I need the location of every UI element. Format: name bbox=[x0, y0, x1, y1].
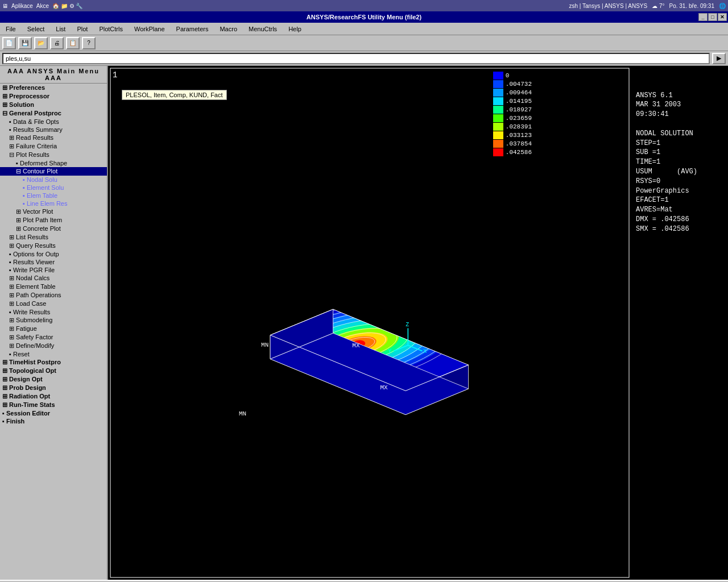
sidebar-item-32[interactable]: ▪ Reset bbox=[0, 350, 107, 358]
sidebar-item-21[interactable]: ▪ Results Viewer bbox=[0, 258, 107, 266]
sidebar-item-34[interactable]: ⊞ Topological Opt bbox=[0, 367, 107, 375]
legend-color-swatch bbox=[493, 123, 503, 131]
menu-list[interactable]: List bbox=[52, 24, 69, 34]
legend-row: .042586 bbox=[493, 148, 532, 156]
sidebar-tree: ⊞ Preferences⊞ Preprocessor⊞ Solution⊟ G… bbox=[0, 84, 107, 425]
sidebar-item-6[interactable]: ⊞ Read Results bbox=[0, 134, 107, 142]
command-input[interactable] bbox=[2, 53, 710, 64]
os-menu-akce[interactable]: Akce bbox=[36, 3, 49, 9]
sidebar-item-35[interactable]: ⊞ Design Opt bbox=[0, 375, 107, 384]
info-line: EFACET=1 bbox=[636, 196, 723, 205]
legend-value-label: .042586 bbox=[506, 149, 532, 156]
legend-color-swatch bbox=[493, 97, 503, 105]
sidebar-item-8[interactable]: ⊟ Plot Results bbox=[0, 151, 107, 159]
toolbar-help[interactable]: ? bbox=[82, 37, 96, 49]
menu-parameters[interactable]: Parameters bbox=[173, 24, 212, 34]
sidebar-item-18[interactable]: ⊞ List Results bbox=[0, 233, 107, 242]
sidebar-item-31[interactable]: ⊞ Define/Modify bbox=[0, 342, 107, 350]
sidebar-item-40[interactable]: ▪ Finish bbox=[0, 417, 107, 425]
sidebar-item-24[interactable]: ⊞ Element Table bbox=[0, 282, 107, 291]
sidebar-item-0[interactable]: ⊞ Preferences bbox=[0, 84, 107, 92]
info-line: STEP=1 bbox=[636, 139, 723, 148]
os-datetime: Po. 31. bře. 09:31 bbox=[669, 3, 714, 9]
toolbar-new[interactable]: 📄 bbox=[2, 37, 16, 49]
menu-menuctrls[interactable]: MenuCtrls bbox=[245, 24, 280, 34]
sidebar-item-5[interactable]: ▪ Results Summary bbox=[0, 126, 107, 134]
legend-row: .004732 bbox=[493, 80, 532, 88]
toolbar-save[interactable]: 💾 bbox=[18, 37, 32, 49]
legend-value-label: .023659 bbox=[506, 115, 532, 122]
sidebar-item-27[interactable]: ▪ Write Results bbox=[0, 308, 107, 316]
fea-viewport[interactable]: 1 MX MN 0.004732.009464.014195.018927.02… bbox=[108, 66, 631, 580]
close-button[interactable]: ✕ bbox=[718, 13, 727, 21]
sidebar-item-2[interactable]: ⊞ Solution bbox=[0, 101, 107, 109]
sidebar-item-28[interactable]: ⊞ Submodeling bbox=[0, 316, 107, 325]
sidebar: AAA ANSYS Main Menu AAA ⊞ Preferences⊞ P… bbox=[0, 66, 108, 580]
sidebar-item-37[interactable]: ⊞ Radiation Opt bbox=[0, 392, 107, 401]
sidebar-item-3[interactable]: ⊟ General Postproc bbox=[0, 109, 107, 118]
menu-plot[interactable]: Plot bbox=[73, 24, 91, 34]
sidebar-item-36[interactable]: ⊞ Prob Design bbox=[0, 384, 107, 392]
sidebar-item-39[interactable]: ▪ Session Editor bbox=[0, 409, 107, 417]
command-tooltip: PLESOL, Item, Comp, KUND, Fact bbox=[122, 90, 227, 100]
viewport-number: 1 bbox=[113, 70, 117, 80]
menu-plotctrls[interactable]: PlotCtrls bbox=[96, 24, 126, 34]
sidebar-item-4[interactable]: ▪ Data & File Opts bbox=[0, 118, 107, 126]
info-line: SMX = .042586 bbox=[636, 225, 723, 234]
info-line: SUB =1 bbox=[636, 148, 723, 157]
toolbar-open[interactable]: 📂 bbox=[34, 37, 48, 49]
sidebar-item-16[interactable]: ⊞ Plot Path Item bbox=[0, 216, 107, 225]
sidebar-item-13[interactable]: ▪ Elem Table bbox=[0, 192, 107, 199]
app-title: ANSYS/ResearchFS Utility Menu (file2) bbox=[307, 14, 421, 20]
sidebar-item-26[interactable]: ⊞ Load Case bbox=[0, 300, 107, 308]
toolbar: 📄 💾 📂 🖨 📋 ? bbox=[0, 35, 728, 51]
toolbar-copy[interactable]: 📋 bbox=[66, 37, 80, 49]
app-icon: 🖥 bbox=[2, 3, 8, 9]
legend-color-swatch bbox=[493, 106, 503, 114]
menu-help[interactable]: Help bbox=[285, 24, 305, 34]
sidebar-item-25[interactable]: ⊞ Path Operations bbox=[0, 291, 107, 300]
menu-macro[interactable]: Macro bbox=[216, 24, 241, 34]
sidebar-item-14[interactable]: ▪ Line Elem Res bbox=[0, 199, 107, 207]
sidebar-item-17[interactable]: ⊞ Concrete Plot bbox=[0, 225, 107, 233]
info-panel: ANSYS 6.1MAR 31 200309:30:41 NODAL SOLUT… bbox=[631, 66, 728, 580]
os-titlebar: 🖥 Aplikace Akce 🏠 📁 ⚙ 🔧 zsh | Tansys | A… bbox=[0, 0, 728, 11]
sidebar-item-9[interactable]: ▪ Deformed Shape bbox=[0, 159, 107, 167]
legend-color-swatch bbox=[493, 80, 503, 88]
legend-row: .023659 bbox=[493, 114, 532, 122]
sidebar-item-1[interactable]: ⊞ Preprocessor bbox=[0, 92, 107, 101]
sidebar-item-38[interactable]: ⊞ Run-Time Stats bbox=[0, 401, 107, 409]
sidebar-item-30[interactable]: ⊞ Safety Factor bbox=[0, 333, 107, 342]
sidebar-item-33[interactable]: ⊞ TimeHist Postpro bbox=[0, 358, 107, 367]
os-menu-aplikace[interactable]: Aplikace bbox=[11, 3, 33, 9]
info-line: DMX = .042586 bbox=[636, 215, 723, 225]
menu-workplane[interactable]: WorkPlane bbox=[131, 24, 168, 34]
sidebar-item-15[interactable]: ⊞ Vector Plot bbox=[0, 207, 107, 216]
legend-color-swatch bbox=[493, 89, 503, 97]
sidebar-item-22[interactable]: ▪ Write PGR File bbox=[0, 266, 107, 274]
maximize-button[interactable]: □ bbox=[708, 13, 717, 21]
legend-row: .037854 bbox=[493, 140, 532, 148]
command-exec-button[interactable]: ▶ bbox=[712, 53, 726, 64]
menu-file[interactable]: File bbox=[2, 24, 19, 34]
legend-value-label: 0 bbox=[506, 72, 510, 79]
legend-value-label: .033123 bbox=[506, 132, 532, 139]
sidebar-item-29[interactable]: ⊞ Fatigue bbox=[0, 325, 107, 333]
sidebar-item-7[interactable]: ⊞ Failure Criteria bbox=[0, 142, 107, 151]
sidebar-item-20[interactable]: ▪ Options for Outp bbox=[0, 250, 107, 258]
menu-select[interactable]: Select bbox=[24, 24, 48, 34]
mn-label: MN bbox=[239, 410, 246, 417]
sidebar-item-11[interactable]: ▪ Nodal Solu bbox=[0, 176, 107, 184]
toolbar-print[interactable]: 🖨 bbox=[50, 37, 64, 49]
sidebar-item-23[interactable]: ⊞ Nodal Calcs bbox=[0, 274, 107, 282]
legend-value-label: .004732 bbox=[506, 81, 532, 88]
sidebar-item-10[interactable]: ⊟ Contour Plot bbox=[0, 167, 107, 176]
os-weather: ☁ 7° bbox=[652, 3, 664, 9]
minimize-button[interactable]: _ bbox=[698, 13, 708, 21]
command-input-bar: ▶ bbox=[0, 51, 728, 66]
legend-row: .014195 bbox=[493, 97, 532, 105]
sidebar-item-12[interactable]: ▪ Element Solu bbox=[0, 184, 107, 192]
sidebar-item-19[interactable]: ⊞ Query Results bbox=[0, 242, 107, 250]
legend-row: .009464 bbox=[493, 89, 532, 97]
legend-color-swatch bbox=[493, 131, 503, 139]
